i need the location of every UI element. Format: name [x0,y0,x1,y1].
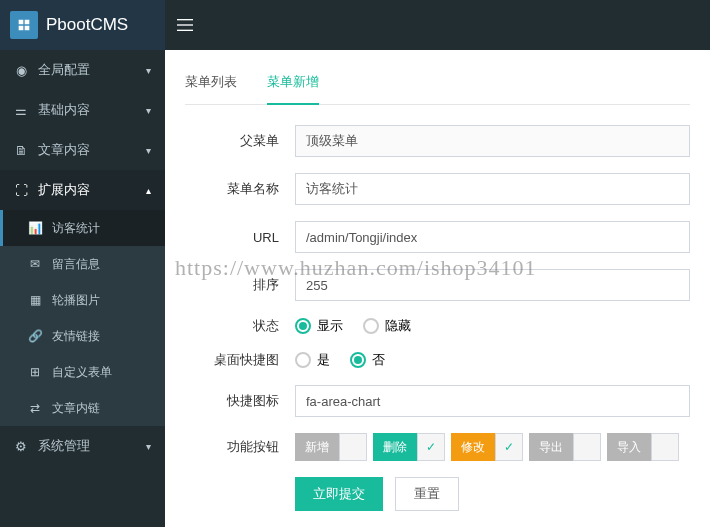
sidebar-item-expand[interactable]: ⛶扩展内容 ▴ [0,170,165,210]
table-icon: ⊞ [28,365,42,379]
label-func-buttons: 功能按钮 [185,438,295,456]
chevron-up-icon: ▴ [146,185,151,196]
sidebar-item-global[interactable]: ◉全局配置 ▾ [0,50,165,90]
menu-toggle-button[interactable] [165,0,205,50]
comment-icon: ✉ [28,257,42,271]
input-icon[interactable] [295,385,690,417]
submenu-item-carousel[interactable]: ▦轮播图片 [0,282,165,318]
reset-button[interactable]: 重置 [395,477,459,511]
svg-rect-1 [177,24,193,25]
logo-area[interactable]: PbootCMS [0,0,165,50]
func-edit-check[interactable]: ✓ [495,433,523,461]
tab-menu-add[interactable]: 菜单新增 [267,65,319,105]
func-import-button[interactable]: 导入 [607,433,651,461]
submenu-item-innerlink[interactable]: ⇄文章内链 [0,390,165,426]
chart-icon: 📊 [28,221,42,235]
tab-menu-list[interactable]: 菜单列表 [185,65,237,104]
chevron-down-icon: ▾ [146,65,151,76]
label-icon: 快捷图标 [185,392,295,410]
label-url: URL [185,230,295,245]
label-shortcut: 桌面快捷图 [185,351,295,369]
label-status: 状态 [185,317,295,335]
chevron-down-icon: ▾ [146,105,151,116]
radio-shortcut-yes[interactable]: 是 [295,351,330,369]
input-order[interactable] [295,269,690,301]
chevron-down-icon: ▾ [146,441,151,452]
func-delete-check[interactable]: ✓ [417,433,445,461]
submenu-item-form[interactable]: ⊞自定义表单 [0,354,165,390]
image-icon: ▦ [28,293,42,307]
select-parent-menu[interactable] [295,125,690,157]
radio-icon [350,352,366,368]
func-import-check[interactable] [651,433,679,461]
submenu-item-links[interactable]: 🔗友情链接 [0,318,165,354]
func-export-check[interactable] [573,433,601,461]
func-export-button[interactable]: 导出 [529,433,573,461]
func-delete-button[interactable]: 删除 [373,433,417,461]
input-menu-name[interactable] [295,173,690,205]
sidebar-item-system[interactable]: ⚙系统管理 ▾ [0,426,165,466]
logo-icon [10,11,38,39]
submenu-expand: 📊访客统计 ✉留言信息 ▦轮播图片 🔗友情链接 ⊞自定义表单 ⇄文章内链 [0,210,165,426]
func-add-button[interactable]: 新增 [295,433,339,461]
input-url[interactable] [295,221,690,253]
globe-icon: ◉ [14,63,28,77]
submenu-item-visitor-stats[interactable]: 📊访客统计 [0,210,165,246]
svg-rect-0 [177,19,193,20]
radio-icon [363,318,379,334]
gear-icon: ⚙ [14,439,28,453]
radio-status-hide[interactable]: 隐藏 [363,317,411,335]
label-parent-menu: 父菜单 [185,132,295,150]
sliders-icon: ⚌ [14,103,28,117]
submenu-item-message[interactable]: ✉留言信息 [0,246,165,282]
radio-icon [295,352,311,368]
tab-bar: 菜单列表 菜单新增 [185,65,690,105]
expand-icon: ⛶ [14,183,28,197]
sidebar-item-article[interactable]: 🗎文章内容 ▾ [0,130,165,170]
brand-name: PbootCMS [46,15,128,35]
main-content: 菜单列表 菜单新增 父菜单 菜单名称 URL 排序 状态 显示 隐藏 桌面快捷图… [165,50,710,527]
sidebar-item-basic[interactable]: ⚌基础内容 ▾ [0,90,165,130]
hamburger-icon [177,18,193,32]
svg-rect-2 [177,30,193,31]
func-edit-button[interactable]: 修改 [451,433,495,461]
radio-icon [295,318,311,334]
func-add-check[interactable] [339,433,367,461]
submit-button[interactable]: 立即提交 [295,477,383,511]
random-icon: ⇄ [28,401,42,415]
label-order: 排序 [185,276,295,294]
sidebar: ◉全局配置 ▾ ⚌基础内容 ▾ 🗎文章内容 ▾ ⛶扩展内容 ▴ 📊访客统计 ✉留… [0,50,165,527]
radio-status-show[interactable]: 显示 [295,317,343,335]
label-menu-name: 菜单名称 [185,180,295,198]
radio-shortcut-no[interactable]: 否 [350,351,385,369]
link-icon: 🔗 [28,329,42,343]
file-icon: 🗎 [14,143,28,157]
chevron-down-icon: ▾ [146,145,151,156]
